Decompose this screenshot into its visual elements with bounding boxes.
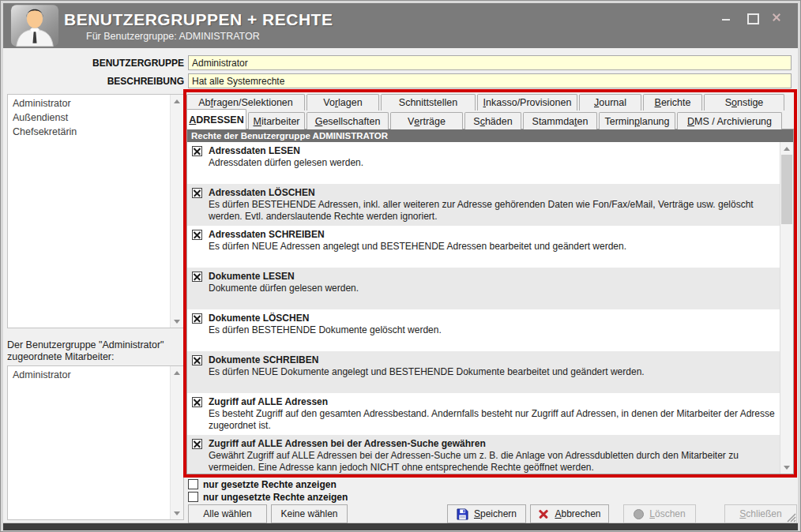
window-title: BENUTZERGRUPPEN + RECHTE: [64, 10, 333, 29]
filter-checkbox-row[interactable]: nur ungesetzte Rechte anzeigen: [188, 491, 348, 503]
tab[interactable]: Terminplanung: [599, 112, 675, 129]
scrollbar-thumb[interactable]: [781, 155, 792, 224]
resize-grip[interactable]: [784, 511, 796, 523]
members-list: Administrator: [8, 366, 170, 519]
checkbox-icon[interactable]: [188, 492, 198, 502]
floppy-disk-icon: [457, 508, 468, 520]
right-title: Adressdaten LESEN: [209, 145, 363, 157]
maximize-icon[interactable]: [746, 12, 757, 22]
window-subtitle: Für Benutzergruppe: ADMINISTRATOR: [86, 31, 333, 42]
right-description: Es dürfen NEUE Adressen angelegt und BES…: [209, 241, 626, 253]
tab[interactable]: Gesellschaften: [306, 112, 389, 129]
right-item[interactable]: Adressdaten LESEN Adressdaten dürfen gel…: [187, 142, 780, 184]
rights-highlight-area: Abfragen/SelektionenVorlagenSchnittstell…: [183, 89, 797, 478]
right-title: Dokumente LESEN: [209, 271, 359, 283]
window-controls: [721, 12, 782, 22]
beschreibung-input[interactable]: [188, 73, 792, 88]
right-item[interactable]: Zugriff auf ALLE Adressen Es besteht Zug…: [187, 393, 780, 435]
members-list-scrollbar[interactable]: [170, 366, 183, 519]
right-title: Dokumente SCHREIBEN: [209, 354, 645, 366]
group-listbox: AdministratorAußendienstChefsekretärin: [7, 94, 184, 328]
cancel-button[interactable]: Abbrechen: [530, 504, 609, 523]
right-title: Dokumente LÖSCHEN: [209, 313, 442, 324]
tab[interactable]: Schnittstellen: [381, 94, 476, 111]
right-title: Adressdaten SCHREIBEN: [209, 229, 626, 241]
window-bottom-frame: [3, 523, 798, 530]
group-list-item[interactable]: Administrator: [8, 96, 170, 111]
right-description: Es dürfen BESTEHENDE Adressen, inkl. all…: [209, 199, 775, 223]
right-item[interactable]: Zugriff auf ALLE Adressen bei der Adress…: [187, 435, 780, 474]
checkbox-icon[interactable]: [192, 439, 202, 449]
tab[interactable]: Mitarbeiter: [248, 112, 305, 129]
scroll-up-icon[interactable]: [780, 142, 793, 155]
rights-scrollbar[interactable]: [780, 142, 793, 474]
scroll-down-icon[interactable]: [780, 461, 793, 474]
tab[interactable]: Stammdaten: [523, 112, 597, 129]
right-description: Adressdaten dürfen gelesen werden.: [209, 157, 363, 169]
checkbox-icon[interactable]: [192, 146, 202, 156]
members-listbox: Administrator: [7, 365, 184, 520]
right-item[interactable]: Dokumente SCHREIBEN Es dürfen NEUE Dokum…: [187, 351, 780, 393]
tab[interactable]: Vorlagen: [306, 94, 379, 111]
titlebar: BENUTZERGRUPPEN + RECHTE Für Benutzergru…: [3, 3, 798, 48]
minimize-icon[interactable]: [721, 12, 731, 22]
right-item[interactable]: Adressdaten LÖSCHEN Es dürfen BESTEHENDE…: [187, 184, 780, 226]
checkbox-icon[interactable]: [192, 188, 202, 198]
right-description: Es dürfen BESTEHENDE Dokumente gelöscht …: [209, 324, 442, 336]
delete-icon: [634, 509, 644, 519]
tab[interactable]: Journal: [579, 94, 641, 111]
right-description: Gewährt Zugriff auf ALLE Adressen bei de…: [209, 450, 775, 474]
right-description: Dokumente dürfen gelesen werden.: [209, 283, 359, 294]
right-title: Zugriff auf ALLE Adressen bei der Adress…: [209, 438, 775, 450]
filter-checkbox-row[interactable]: nur gesetzte Rechte anzeigen: [188, 478, 337, 490]
select-all-button[interactable]: Alle wählen: [188, 504, 267, 523]
tab[interactable]: Inkasso/Provisionen: [477, 94, 577, 111]
red-x-icon: [538, 509, 549, 519]
rights-list: Adressdaten LESEN Adressdaten dürfen gel…: [187, 142, 780, 474]
right-item[interactable]: Dokumente LESEN Dokumente dürfen gelesen…: [187, 268, 780, 309]
tab[interactable]: Verträge: [390, 112, 463, 129]
checkbox-icon[interactable]: [192, 397, 202, 407]
scroll-down-icon[interactable]: [171, 315, 183, 328]
checkbox-icon[interactable]: [192, 313, 202, 324]
group-list-item[interactable]: Außendienst: [8, 111, 170, 125]
tab[interactable]: Schäden: [464, 112, 521, 129]
checkbox-icon[interactable]: [188, 479, 198, 489]
tab[interactable]: Sonstige: [704, 94, 784, 111]
group-list: AdministratorAußendienstChefsekretärin: [8, 95, 170, 328]
right-title: Zugriff auf ALLE Adressen: [209, 396, 775, 408]
right-item[interactable]: Adressdaten SCHREIBEN Es dürfen NEUE Adr…: [187, 226, 780, 268]
right-description: Es dürfen NEUE Dokumente angelegt und BE…: [209, 366, 645, 378]
scroll-up-icon[interactable]: [171, 366, 183, 379]
right-item[interactable]: Dokumente LÖSCHEN Es dürfen BESTEHENDE D…: [187, 309, 780, 351]
rights-list-header: Rechte der Benutzergruppe ADMINISTRATOR: [187, 129, 793, 142]
right-description: Es besteht Zugriff auf den gesamten Adre…: [209, 408, 775, 432]
filter-label: nur gesetzte Rechte anzeigen: [203, 479, 337, 490]
select-none-button[interactable]: Keine wählen: [271, 504, 348, 523]
tab[interactable]: Abfragen/Selektionen: [186, 94, 305, 111]
benutzergruppen-rechte-window: BENUTZERGRUPPEN + RECHTE Für Benutzergru…: [0, 0, 801, 532]
main-area: BENUTZERGRUPPE BESCHREIBUNG Administrato…: [3, 48, 798, 523]
checkbox-icon[interactable]: [192, 355, 202, 365]
tab[interactable]: Berichte: [643, 94, 702, 111]
tab-strip-row2: ADRESSENMitarbeiterGesellschaftenVerträg…: [186, 111, 794, 129]
checkbox-icon[interactable]: [192, 272, 202, 282]
group-list-item[interactable]: Chefsekretärin: [8, 125, 170, 139]
close-icon[interactable]: [772, 12, 782, 22]
group-list-scrollbar[interactable]: [170, 95, 183, 328]
adressen-tab-panel: Rechte der Benutzergruppe ADMINISTRATOR …: [186, 129, 794, 474]
user-avatar-icon: [10, 4, 59, 47]
beschreibung-label: BESCHREIBUNG: [3, 76, 184, 87]
save-button[interactable]: Speichern: [447, 504, 526, 523]
tab[interactable]: DMS / Archivierung: [677, 112, 782, 129]
benutzergruppe-input[interactable]: [188, 55, 792, 70]
members-label: Der Benutzergruppe "Administrator" zugeo…: [7, 339, 186, 363]
scroll-up-icon[interactable]: [171, 95, 183, 107]
benutzergruppe-label: BENUTZERGRUPPE: [3, 58, 184, 69]
checkbox-icon[interactable]: [192, 230, 202, 240]
member-list-item[interactable]: Administrator: [8, 368, 170, 382]
right-title: Adressdaten LÖSCHEN: [209, 187, 775, 199]
tab[interactable]: ADRESSEN: [186, 109, 246, 129]
filter-label: nur ungesetzte Rechte anzeigen: [203, 492, 348, 503]
scroll-down-icon[interactable]: [171, 507, 183, 519]
